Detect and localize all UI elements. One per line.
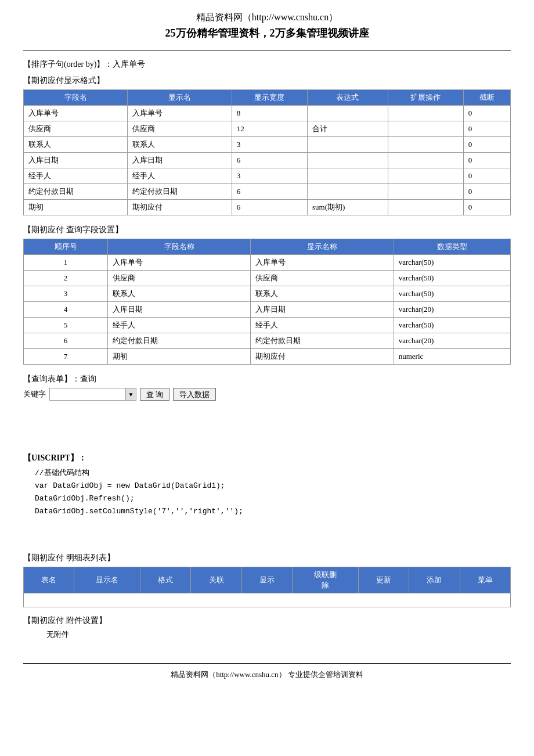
query-fields-thead: 顺序号 字段名称 显示名称 数据类型 [24, 239, 511, 255]
col-tname: 表名 [24, 567, 74, 593]
display-format-header-row: 字段名 显示名 显示宽度 表达式 扩展操作 截断 [24, 90, 511, 106]
keyword-row: 关键字 ▼ 查 询 导入数据 [23, 388, 511, 401]
search-button[interactable]: 查 询 [140, 388, 169, 401]
table-row: 5经手人经手人varchar(50) [24, 318, 511, 333]
dropdown-arrow-icon[interactable]: ▼ [125, 388, 136, 400]
col-fieldname: 字段名 [24, 90, 128, 106]
uiscript-label: 【UISCRIPT】： [23, 453, 511, 463]
col-fname: 字段名称 [108, 239, 251, 255]
detail-table: 表名 显示名 格式 关联 显示 级联删除 更新 添加 菜单 [23, 567, 511, 607]
query-fields-header-row: 顺序号 字段名称 显示名称 数据类型 [24, 239, 511, 255]
header-title1: 精品资料网（http://www.cnshu.cn） [23, 12, 511, 24]
col-expression: 表达式 [308, 90, 388, 106]
query-fields-table: 顺序号 字段名称 显示名称 数据类型 1入库单号入库单号varchar(50)2… [23, 239, 511, 365]
table-row: 约定付款日期约定付款日期60 [24, 184, 511, 200]
keyword-input-wrapper: ▼ [49, 388, 136, 401]
col-menu: 菜单 [460, 567, 510, 593]
col-dname: 显示名称 [251, 239, 394, 255]
display-format-thead: 字段名 显示名 显示宽度 表达式 扩展操作 截断 [24, 90, 511, 106]
keyword-label: 关键字 [23, 389, 46, 399]
header-title2: 25万份精华管理资料，2万多集管理视频讲座 [23, 26, 511, 40]
header-divider [23, 51, 511, 51]
col-dtype: 数据类型 [394, 239, 510, 255]
table-row: 经手人经手人30 [24, 168, 511, 184]
attachment-label: 【期初应付 附件设置】 [23, 615, 511, 626]
display-format-label: 【期初应付显示格式】 [23, 75, 511, 86]
table-row: 4入库日期入库日期varchar(20) [24, 302, 511, 318]
page-footer: 精品资料网（http://www.cnshu.cn） 专业提供企管培训资料 [23, 663, 511, 680]
display-format-tbody: 入库单号入库单号80供应商供应商12合计0联系人联系人30入库日期入库日期60经… [24, 106, 511, 215]
script-line-4: DataGridObj.setColumnStyle('7','','right… [35, 505, 511, 518]
detail-thead: 表名 显示名 格式 关联 显示 级联删除 更新 添加 菜单 [24, 567, 511, 593]
table-row: 3联系人联系人varchar(50) [24, 286, 511, 302]
keyword-input[interactable] [50, 388, 125, 400]
col-seqno: 顺序号 [24, 239, 108, 255]
col-displaywidth: 显示宽度 [232, 90, 307, 106]
col-update: 更新 [358, 567, 409, 593]
table-row: 7期初期初应付numeric [24, 349, 511, 365]
table-row: 1入库单号入库单号varchar(50) [24, 255, 511, 271]
script-line-2: var DataGridObj = new DataGrid(DataGrid1… [35, 480, 511, 492]
sort-label: 【排序子句(order by)】：入库单号 [23, 59, 511, 70]
script-content: //基础代码结构 var DataGridObj = new DataGrid(… [35, 467, 511, 518]
page-header: 精品资料网（http://www.cnshu.cn） 25万份精华管理资料，2万… [23, 12, 511, 40]
uiscript-section: 【UISCRIPT】： //基础代码结构 var DataGridObj = n… [23, 453, 511, 518]
query-fields-tbody: 1入库单号入库单号varchar(50)2供应商供应商varchar(50)3联… [24, 255, 511, 365]
attachment-section: 【期初应付 附件设置】 无附件 [23, 615, 511, 640]
table-row: 入库单号入库单号80 [24, 106, 511, 121]
spacer2 [23, 530, 511, 547]
script-line-3: DataGridObj.Refresh(); [35, 492, 511, 505]
script-line-1: //基础代码结构 [35, 467, 511, 480]
col-display: 显示 [241, 567, 292, 593]
col-cascade-delete: 级联删除 [293, 567, 359, 593]
table-row: 期初期初应付6sum(期初)0 [24, 200, 511, 215]
table-row: 2供应商供应商varchar(50) [24, 271, 511, 286]
table-row: 联系人联系人30 [24, 137, 511, 153]
col-add: 添加 [409, 567, 460, 593]
query-fields-label: 【期初应付 查询字段设置】 [23, 225, 511, 235]
query-form-label: 【查询表单】：查询 [23, 374, 511, 384]
col-dname2: 显示名 [74, 567, 140, 593]
table-row: 入库日期入库日期60 [24, 153, 511, 168]
detail-tbody [24, 593, 511, 607]
footer-text: 精品资料网（http://www.cnshu.cn） 专业提供企管培训资料 [171, 670, 363, 679]
col-relation: 关联 [191, 567, 241, 593]
detail-header-row: 表名 显示名 格式 关联 显示 级联删除 更新 添加 菜单 [24, 567, 511, 593]
col-format: 格式 [140, 567, 191, 593]
no-attachment-text: 无附件 [46, 629, 511, 640]
table-row: 6约定付款日期约定付款日期varchar(20) [24, 333, 511, 349]
import-button[interactable]: 导入数据 [173, 388, 216, 401]
col-extop: 扩展操作 [388, 90, 463, 106]
detail-empty-row [24, 593, 511, 607]
display-format-table: 字段名 显示名 显示宽度 表达式 扩展操作 截断 入库单号入库单号80供应商供应… [23, 89, 511, 215]
col-truncate: 截断 [463, 90, 510, 106]
col-displayname: 显示名 [128, 90, 232, 106]
detail-table-label: 【期初应付 明细表列表】 [23, 553, 511, 563]
spacer1 [23, 406, 511, 441]
table-row: 供应商供应商12合计0 [24, 121, 511, 137]
